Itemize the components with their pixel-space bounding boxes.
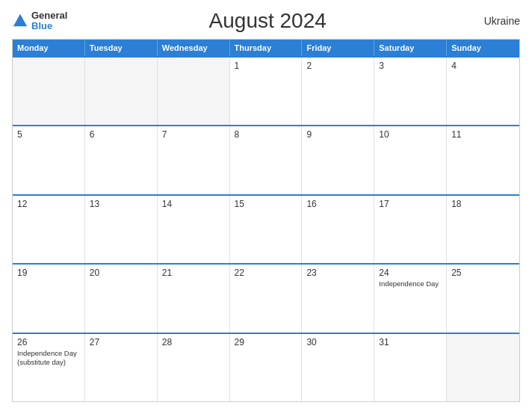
day-number: 29 [235, 337, 297, 347]
header-day-monday: Monday [13, 40, 85, 56]
calendar-cell: 29 [230, 334, 303, 401]
calendar-row-1: 567891011 [13, 125, 519, 194]
calendar-cell: 15 [230, 196, 303, 263]
day-number: 19 [17, 268, 80, 278]
day-number: 25 [451, 268, 515, 278]
day-number: 10 [379, 129, 442, 140]
header-day-wednesday: Wednesday [158, 40, 230, 56]
calendar-cell: 5 [13, 126, 85, 194]
calendar-title: August 2024 [67, 9, 468, 33]
header: General Blue August 2024 Ukraine [12, 9, 520, 33]
day-number: 14 [162, 199, 225, 209]
calendar-row-2: 12131415161718 [13, 194, 519, 263]
event-label: Independence Day [379, 279, 442, 288]
calendar-cell: 24Independence Day [374, 265, 447, 332]
day-number: 6 [90, 129, 152, 140]
calendar-cell: 31 [374, 334, 447, 401]
day-number: 28 [162, 337, 225, 347]
day-number: 11 [451, 129, 515, 140]
calendar-cell [447, 334, 519, 401]
calendar-cell: 7 [158, 126, 230, 194]
day-number: 18 [451, 199, 515, 209]
event-label: Independence Day (substitute day) [17, 349, 80, 368]
day-number: 1 [235, 61, 297, 71]
day-number: 13 [90, 199, 152, 209]
day-number: 23 [306, 268, 369, 278]
logo-text: General Blue [31, 10, 67, 32]
calendar-cell: 6 [85, 126, 158, 194]
header-day-tuesday: Tuesday [85, 40, 158, 56]
calendar-cell: 1 [230, 58, 303, 125]
header-day-friday: Friday [302, 40, 374, 56]
day-number: 12 [17, 199, 80, 209]
day-number: 27 [90, 337, 152, 347]
calendar-cell [158, 58, 230, 125]
calendar-cell: 14 [158, 196, 230, 263]
day-number: 5 [17, 129, 80, 140]
calendar-body: 123456789101112131415161718192021222324I… [13, 56, 519, 401]
svg-marker-1 [15, 16, 26, 25]
calendar-cell: 28 [158, 334, 230, 401]
day-number: 15 [235, 199, 297, 209]
calendar-cell: 12 [13, 196, 85, 263]
logo-general-text: General [31, 10, 67, 21]
calendar-cell: 21 [158, 265, 230, 332]
calendar-cell [85, 58, 158, 125]
day-number: 20 [90, 268, 152, 278]
day-number: 16 [306, 199, 369, 209]
calendar-cell: 23 [302, 265, 374, 332]
day-number: 3 [379, 61, 442, 71]
calendar-row-0: 1234 [13, 56, 519, 125]
calendar-cell: 25 [447, 265, 519, 332]
calendar-row-3: 192021222324Independence Day25 [13, 263, 519, 332]
calendar-cell: 30 [302, 334, 374, 401]
calendar-cell: 16 [302, 196, 374, 263]
day-number: 7 [162, 129, 225, 140]
calendar-cell: 17 [374, 196, 447, 263]
day-number: 8 [235, 129, 297, 140]
calendar-cell: 10 [374, 126, 447, 194]
calendar-cell: 9 [302, 126, 374, 194]
header-day-sunday: Sunday [447, 40, 519, 56]
day-number: 24 [379, 268, 442, 278]
calendar-cell [13, 58, 85, 125]
day-number: 9 [306, 129, 369, 140]
calendar-cell: 13 [85, 196, 158, 263]
header-day-saturday: Saturday [374, 40, 447, 56]
calendar-cell: 11 [447, 126, 519, 194]
calendar-cell: 3 [374, 58, 447, 125]
country-label: Ukraine [468, 15, 520, 27]
day-number: 4 [451, 61, 515, 71]
logo-blue-text: Blue [31, 21, 67, 31]
calendar-cell: 27 [85, 334, 158, 401]
header-day-thursday: Thursday [230, 40, 303, 56]
calendar-cell: 18 [447, 196, 519, 263]
calendar-cell: 2 [302, 58, 374, 125]
day-number: 21 [162, 268, 225, 278]
day-number: 31 [379, 337, 442, 347]
calendar-cell: 19 [13, 265, 85, 332]
page: General Blue August 2024 Ukraine MondayT… [0, 0, 532, 411]
calendar-cell: 22 [230, 265, 303, 332]
day-number: 17 [379, 199, 442, 209]
calendar-cell: 26Independence Day (substitute day) [13, 334, 85, 401]
logo: General Blue [12, 10, 67, 32]
logo-icon [12, 13, 28, 29]
day-number: 30 [306, 337, 369, 347]
day-number: 22 [235, 268, 297, 278]
calendar: MondayTuesdayWednesdayThursdayFridaySatu… [12, 39, 520, 402]
calendar-row-4: 26Independence Day (substitute day)27282… [13, 333, 519, 401]
day-number: 2 [306, 61, 369, 71]
calendar-header: MondayTuesdayWednesdayThursdayFridaySatu… [13, 40, 519, 56]
calendar-cell: 20 [85, 265, 158, 332]
day-number: 26 [17, 337, 80, 347]
calendar-cell: 8 [230, 126, 303, 194]
calendar-cell: 4 [447, 58, 519, 125]
